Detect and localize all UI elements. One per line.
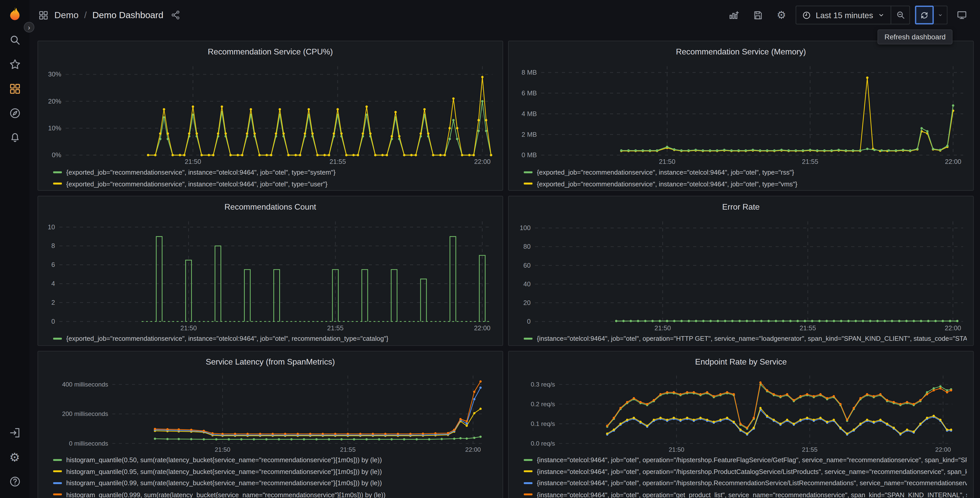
legend-item[interactable]: {exported_job="recommendationservice", i… bbox=[524, 178, 967, 190]
svg-text:8: 8 bbox=[51, 242, 55, 249]
legend-series-label: {exported_job="recommendationservice", i… bbox=[66, 335, 388, 342]
svg-text:80: 80 bbox=[523, 243, 531, 250]
sidebar-item-dashboards[interactable] bbox=[8, 82, 22, 96]
legend-series-label: {instance="otelcol:9464", job="otel", op… bbox=[537, 491, 967, 498]
svg-text:22:00: 22:00 bbox=[945, 158, 961, 165]
svg-text:20: 20 bbox=[523, 299, 531, 306]
sidebar-item-alerting[interactable] bbox=[8, 131, 22, 144]
legend-series-label: {instance="otelcol:9464", job="otel", op… bbox=[537, 456, 967, 463]
panel-title[interactable]: Endpoint Rate by Service bbox=[515, 355, 967, 370]
legend-series-swatch bbox=[53, 459, 62, 461]
dashboard-settings-button[interactable]: ⚙ bbox=[772, 6, 791, 24]
svg-text:0.3 req/s: 0.3 req/s bbox=[531, 381, 555, 388]
panel-title[interactable]: Recommendation Service (Memory) bbox=[515, 45, 967, 60]
timeseries-plot[interactable]: 0 milliseconds200 milliseconds400 millis… bbox=[45, 369, 496, 454]
panel-title[interactable]: Error Rate bbox=[515, 200, 967, 215]
legend-series-label: {instance="otelcol:9464", job="otel", op… bbox=[537, 335, 967, 342]
time-range-picker[interactable]: Last 15 minutes bbox=[796, 6, 891, 24]
sidebar-item-signin[interactable] bbox=[8, 426, 22, 440]
timeseries-plot[interactable]: 0%10%20%30%21:5021:5522:00 bbox=[45, 60, 496, 166]
save-dashboard-button[interactable] bbox=[748, 6, 767, 24]
svg-text:8 MB: 8 MB bbox=[522, 69, 537, 76]
panel-title[interactable]: Recommendations Count bbox=[45, 200, 496, 215]
cycle-view-mode-button[interactable] bbox=[952, 6, 971, 24]
timeseries-plot[interactable]: 024681021:5021:5522:00 bbox=[45, 215, 496, 333]
legend-item[interactable]: {instance="otelcol:9464", job="otel", op… bbox=[524, 489, 967, 498]
sidebar-item-starred[interactable] bbox=[8, 57, 22, 71]
legend-series-swatch bbox=[53, 494, 62, 495]
svg-text:21:50: 21:50 bbox=[668, 446, 684, 453]
svg-text:21:50: 21:50 bbox=[215, 446, 231, 453]
panel-title[interactable]: Recommendation Service (CPU%) bbox=[45, 45, 496, 60]
panel-error-rate: Error Rate 02040608010021:5021:5522:00 {… bbox=[508, 196, 974, 346]
navbar-actions: ⚙ Last 15 minutes bbox=[724, 6, 971, 24]
timeseries-plot[interactable]: 02040608010021:5021:5522:00 bbox=[515, 215, 967, 333]
legend-series-swatch bbox=[524, 183, 532, 185]
panel-title[interactable]: Service Latency (from SpanMetrics) bbox=[45, 355, 496, 370]
legend-item[interactable]: {instance="otelcol:9464", job="otel", op… bbox=[524, 466, 967, 477]
breadcrumb: Demo / Demo Dashboard bbox=[38, 8, 183, 22]
legend-item[interactable]: {instance="otelcol:9464", job="otel", op… bbox=[524, 477, 967, 489]
svg-text:21:50: 21:50 bbox=[185, 158, 201, 165]
panel-recommendations-count: Recommendations Count 024681021:5021:552… bbox=[38, 196, 503, 346]
share-icon bbox=[171, 10, 181, 20]
legend-series-swatch bbox=[524, 494, 532, 495]
compass-icon bbox=[8, 107, 21, 120]
legend-item[interactable]: {exported_job="recommendationservice", i… bbox=[53, 166, 496, 178]
panel-endpoint-rate: Endpoint Rate by Service 0.0 req/s0.1 re… bbox=[508, 351, 974, 498]
legend-item[interactable]: histogram_quantile(0.95, sum(rate(latenc… bbox=[53, 466, 496, 477]
expand-sidebar-button[interactable]: › bbox=[24, 22, 35, 33]
svg-text:0.0 req/s: 0.0 req/s bbox=[531, 440, 555, 447]
breadcrumb-dashboard-title[interactable]: Demo Dashboard bbox=[92, 10, 163, 20]
refresh-dashboard-button[interactable] bbox=[915, 6, 934, 24]
legend-item[interactable]: histogram_quantile(0.50, sum(rate(latenc… bbox=[53, 454, 496, 466]
legend-item[interactable]: histogram_quantile(0.999, sum(rate(laten… bbox=[53, 489, 496, 498]
svg-text:22:00: 22:00 bbox=[945, 324, 961, 332]
chevron-down-icon bbox=[938, 11, 943, 19]
legend-item[interactable]: histogram_quantile(0.99, sum(rate(latenc… bbox=[53, 477, 496, 489]
breadcrumb-section[interactable]: Demo bbox=[54, 10, 79, 20]
panel-legend: {instance="otelcol:9464", job="otel", op… bbox=[515, 333, 967, 344]
sidebar-item-help[interactable] bbox=[8, 475, 22, 488]
sidebar-item-configuration[interactable]: ⚙ bbox=[8, 450, 22, 464]
svg-text:21:55: 21:55 bbox=[327, 324, 344, 332]
sidebar-item-explore[interactable] bbox=[8, 106, 22, 120]
svg-text:400 milliseconds: 400 milliseconds bbox=[62, 381, 108, 388]
add-panel-button[interactable] bbox=[724, 6, 743, 24]
grafana-logo[interactable] bbox=[6, 6, 23, 23]
svg-text:0%: 0% bbox=[52, 152, 61, 158]
legend-series-label: {exported_job="recommendationservice", i… bbox=[537, 168, 794, 176]
save-icon bbox=[752, 10, 763, 21]
legend-series-label: {exported_job="recommendationservice", i… bbox=[537, 180, 797, 187]
refresh-interval-dropdown[interactable] bbox=[934, 6, 948, 24]
svg-text:0: 0 bbox=[51, 318, 55, 325]
svg-text:2 MB: 2 MB bbox=[522, 131, 537, 138]
legend-series-swatch bbox=[524, 171, 532, 173]
svg-text:22:00: 22:00 bbox=[465, 446, 481, 453]
legend-item[interactable]: {instance="otelcol:9464", job="otel", op… bbox=[524, 333, 967, 344]
legend-series-label: histogram_quantile(0.999, sum(rate(laten… bbox=[66, 491, 385, 498]
legend-item[interactable]: {exported_job="recommendationservice", i… bbox=[53, 333, 496, 344]
panel-legend: {exported_job="recommendationservice", i… bbox=[515, 166, 967, 190]
panel-service-latency: Service Latency (from SpanMetrics) 0 mil… bbox=[38, 351, 503, 498]
zoom-out-time-button[interactable] bbox=[891, 6, 909, 24]
legend-item[interactable]: {exported_job="recommendationservice", i… bbox=[53, 178, 496, 190]
svg-text:21:50: 21:50 bbox=[659, 158, 675, 165]
share-dashboard-button[interactable] bbox=[169, 8, 183, 22]
legend-item[interactable]: {exported_job="recommendationservice", i… bbox=[524, 166, 967, 178]
grafana-dashboard: › ⚙ bbox=[0, 0, 980, 498]
refresh-icon bbox=[920, 10, 929, 20]
panel-legend: histogram_quantile(0.50, sum(rate(latenc… bbox=[45, 454, 496, 498]
panel-legend: {exported_job="recommendationservice", i… bbox=[45, 333, 496, 344]
legend-series-swatch bbox=[53, 337, 62, 339]
timeseries-plot[interactable]: 0 MB2 MB4 MB6 MB8 MB21:5021:5522:00 bbox=[515, 60, 967, 166]
svg-text:0 MB: 0 MB bbox=[522, 152, 537, 158]
time-range-label: Last 15 minutes bbox=[816, 10, 873, 20]
legend-item[interactable]: {instance="otelcol:9464", job="otel", op… bbox=[524, 454, 967, 466]
svg-text:21:55: 21:55 bbox=[802, 158, 818, 165]
sidebar: › ⚙ bbox=[0, 0, 29, 498]
svg-text:0.1 req/s: 0.1 req/s bbox=[531, 420, 555, 427]
sidebar-item-search[interactable] bbox=[8, 33, 22, 47]
timeseries-plot[interactable]: 0.0 req/s0.1 req/s0.2 req/s0.3 req/s21:5… bbox=[515, 369, 967, 454]
sidebar-menu bbox=[8, 33, 22, 144]
